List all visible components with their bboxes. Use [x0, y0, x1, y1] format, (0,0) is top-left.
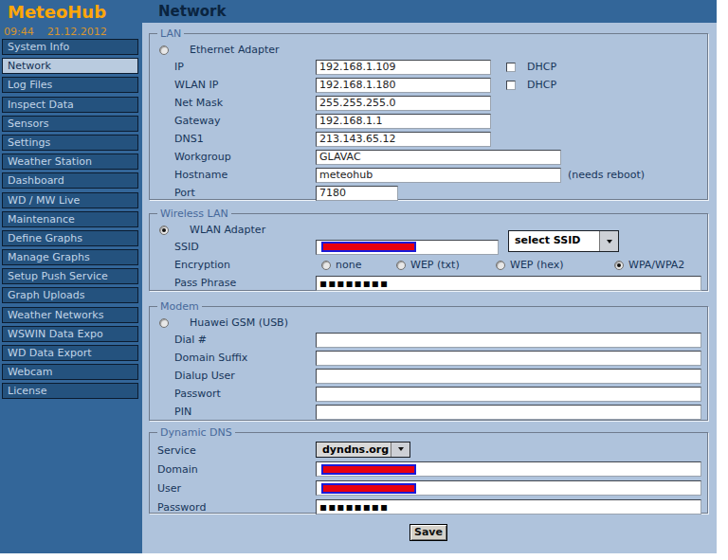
encryption-wep-hex-radio[interactable]	[496, 261, 505, 270]
hostname-note: (needs reboot)	[568, 169, 645, 181]
service-row: Service dyndns.org	[157, 441, 700, 460]
page-header: Network	[142, 0, 717, 23]
dns1-row: DNS1 213.143.65.12	[157, 130, 700, 148]
workgroup-input[interactable]: GLAVAC	[316, 150, 561, 165]
encryption-option-wep-txt[interactable]: WEP (txt)	[396, 259, 496, 271]
encryption-row: Encryption none WEP (txt) WEP (hex)	[157, 256, 700, 274]
dial-row: Dial #	[157, 331, 700, 349]
ssid-row: SSID select SSID	[157, 238, 700, 256]
ip-dhcp-label: DHCP	[527, 61, 556, 73]
encryption-options: none WEP (txt) WEP (hex) WPA/WPA2	[316, 259, 684, 271]
dyn-user-label: User	[157, 482, 316, 495]
sidebar-item-webcam[interactable]: Webcam	[2, 364, 138, 380]
dialup-user-input[interactable]	[316, 369, 701, 384]
ssid-select-button[interactable]	[599, 231, 618, 251]
netmask-input[interactable]: 255.255.255.0	[316, 96, 491, 111]
dyn-password-input[interactable]: ▪▪▪▪▪▪▪▪	[316, 499, 701, 515]
sidebar-item-network[interactable]: Network	[2, 58, 138, 74]
encryption-label: Encryption	[174, 259, 316, 271]
modem-adapter-row: Huawei GSM (USB)	[157, 315, 700, 331]
ethernet-adapter-radio[interactable]	[159, 45, 169, 55]
gateway-input[interactable]: 192.168.1.1	[316, 114, 491, 129]
ip-input[interactable]: 192.168.1.109	[316, 60, 491, 75]
port-row: Port 7180	[157, 184, 700, 202]
dns1-input[interactable]: 213.143.65.12	[316, 132, 491, 147]
dialup-user-row: Dialup User	[157, 367, 700, 385]
dyn-domain-input[interactable]	[316, 461, 701, 477]
sidebar-item-settings[interactable]: Settings	[2, 135, 138, 151]
domain-suffix-input[interactable]	[316, 351, 701, 366]
encryption-wep-txt-radio[interactable]	[396, 261, 406, 270]
port-input[interactable]: 7180	[316, 186, 398, 201]
sidebar-item-maintenance[interactable]: Maintenance	[2, 211, 138, 227]
dial-label: Dial #	[174, 334, 316, 346]
sidebar-item-sensors[interactable]: Sensors	[2, 116, 138, 132]
ip-dhcp-checkbox[interactable]	[506, 63, 516, 72]
dyn-password-label: Password	[157, 501, 316, 514]
wireless-lan-group: Wireless LAN WLAN Adapter SSID select SS…	[149, 213, 708, 291]
encryption-option-wpa[interactable]: WPA/WPA2	[614, 259, 684, 271]
sidebar-menu: System InfoNetworkLog FilesInspect DataS…	[0, 39, 142, 399]
dyn-user-input[interactable]	[316, 480, 701, 496]
netmask-label: Net Mask	[174, 97, 316, 109]
sidebar-item-wd-mw-live[interactable]: WD / MW Live	[2, 192, 138, 208]
dyn-domain-highlighted-value	[321, 464, 416, 475]
chevron-down-icon	[398, 447, 404, 451]
dialup-user-label: Dialup User	[174, 370, 316, 382]
dial-input[interactable]	[316, 333, 701, 348]
dyn-user-row: User	[157, 479, 700, 497]
sidebar-item-weather-networks[interactable]: Weather Networks	[2, 307, 138, 323]
sidebar-item-dashboard[interactable]: Dashboard	[2, 172, 138, 189]
clock-date: 21.12.2012	[47, 26, 107, 38]
sidebar-item-system-info[interactable]: System Info	[2, 39, 138, 55]
encryption-none-label: none	[336, 259, 361, 271]
sidebar-item-setup-push-service[interactable]: Setup Push Service	[2, 268, 138, 284]
wlan-ip-dhcp-checkbox[interactable]	[506, 81, 516, 90]
sidebar-item-wd-data-export[interactable]: WD Data Export	[2, 345, 138, 361]
dns1-label: DNS1	[174, 133, 316, 145]
wlan-adapter-label: WLAN Adapter	[190, 224, 265, 236]
dyn-password-mask: ▪▪▪▪▪▪▪▪	[319, 501, 389, 513]
save-button[interactable]: Save	[410, 524, 447, 541]
passphrase-label: Pass Phrase	[174, 277, 316, 289]
sidebar: MeteoHub 09:44 21.12.2012 System InfoNet…	[0, 0, 142, 553]
hostname-input[interactable]: meteohub	[316, 168, 561, 183]
encryption-wep-hex-label: WEP (hex)	[510, 259, 564, 271]
service-select[interactable]: dyndns.org	[316, 442, 410, 458]
encryption-wpa-radio[interactable]	[614, 261, 624, 270]
ssid-input[interactable]	[316, 240, 499, 255]
workgroup-row: Workgroup GLAVAC	[157, 148, 700, 166]
ethernet-adapter-row: Ethernet Adapter	[157, 42, 700, 58]
netmask-row: Net Mask 255.255.255.0	[157, 94, 700, 112]
passwort-row: Passwort	[157, 385, 700, 403]
sidebar-item-wswin-data-expo[interactable]: WSWIN Data Expo	[2, 326, 138, 342]
sidebar-item-weather-station[interactable]: Weather Station	[2, 154, 138, 170]
passphrase-input[interactable]: ▪▪▪▪▪▪▪▪	[316, 276, 701, 291]
sidebar-item-license[interactable]: License	[2, 383, 138, 399]
passphrase-mask: ▪▪▪▪▪▪▪▪	[319, 278, 389, 289]
hostname-row: Hostname meteohub (needs reboot)	[157, 166, 700, 184]
sidebar-item-graph-uploads[interactable]: Graph Uploads	[2, 287, 138, 303]
dyn-password-row: Password ▪▪▪▪▪▪▪▪	[157, 497, 700, 516]
sidebar-item-inspect-data[interactable]: Inspect Data	[2, 97, 138, 113]
service-select-button[interactable]	[391, 443, 410, 457]
encryption-option-none[interactable]: none	[321, 259, 396, 271]
sidebar-item-define-graphs[interactable]: Define Graphs	[2, 230, 138, 246]
ssid-select-value: select SSID	[509, 231, 599, 251]
encryption-none-radio[interactable]	[321, 261, 331, 270]
app-logo: MeteoHub	[0, 0, 142, 22]
domain-suffix-label: Domain Suffix	[174, 352, 316, 364]
domain-suffix-row: Domain Suffix	[157, 349, 700, 367]
passwort-input[interactable]	[316, 387, 701, 402]
sidebar-item-manage-graphs[interactable]: Manage Graphs	[2, 249, 138, 265]
service-select-value: dyndns.org	[317, 443, 391, 457]
pin-input[interactable]	[316, 405, 701, 420]
modem-adapter-radio[interactable]	[159, 318, 169, 328]
wlan-ip-input[interactable]: 192.168.1.180	[316, 78, 491, 93]
page-layout: MeteoHub 09:44 21.12.2012 System InfoNet…	[0, 0, 717, 553]
network-form: LAN Ethernet Adapter IP 192.168.1.109 DH…	[142, 23, 717, 541]
ssid-select[interactable]: select SSID	[508, 230, 619, 252]
sidebar-item-log-files[interactable]: Log Files	[2, 77, 138, 93]
wlan-adapter-radio[interactable]	[159, 226, 169, 235]
encryption-option-wep-hex[interactable]: WEP (hex)	[496, 259, 614, 271]
